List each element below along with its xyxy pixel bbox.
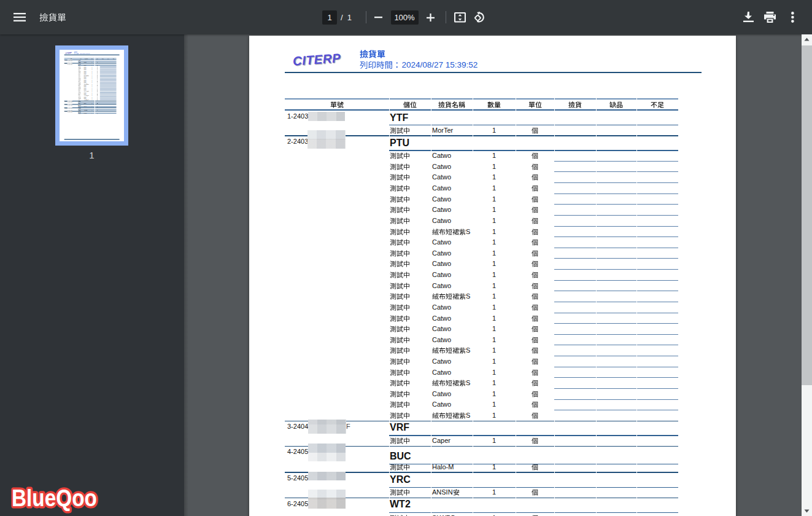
svg-text:BlueQoo: BlueQoo [12,485,97,511]
